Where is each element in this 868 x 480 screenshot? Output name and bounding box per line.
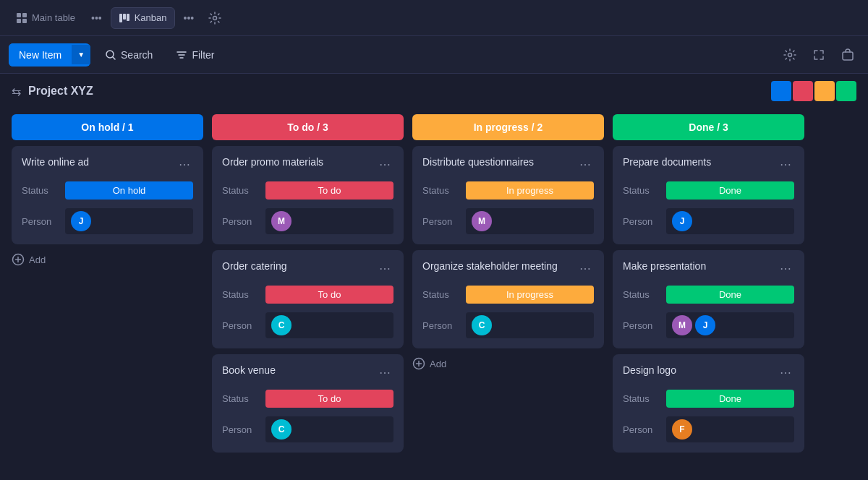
fullscreen-icon[interactable] [807,43,830,67]
person-field: Person F [623,416,794,442]
status-field: Status On hold [22,181,193,200]
avatar-j: J [71,211,91,231]
nav-settings-icon[interactable] [205,8,224,27]
person-value[interactable]: C [265,416,393,442]
person-value[interactable]: J [65,208,193,234]
kanban-dots[interactable]: ••• [181,11,197,25]
new-item-button[interactable]: New Item ▼ [9,43,90,67]
status-field: Status Done [623,390,794,408]
status-badge[interactable]: In progress [466,181,594,200]
card-header: Write online ad ⋯ [22,156,193,173]
person-value[interactable]: C [466,312,594,338]
card-title: Make presentation [623,260,777,272]
column-header-onhold[interactable]: On hold / 1 [12,114,203,140]
toolbar: New Item ▼ Search Filter [0,36,868,74]
card-prepare-docs: Prepare documents ⋯ Status Done Person J [613,146,804,244]
card-title: Book venue [222,364,376,376]
status-field: Status In progress [422,286,594,304]
status-field: Status To do [222,181,393,200]
new-item-main[interactable]: New Item [9,43,72,67]
card-title: Distribute questionnaires [422,156,576,168]
main-table-label: Main table [32,12,75,23]
svg-rect-3 [22,19,27,23]
person-label: Person [422,320,459,331]
person-value[interactable]: C [265,312,393,338]
search-button[interactable]: Search [96,44,161,66]
card-menu-icon[interactable]: ⋯ [376,364,393,381]
person-label: Person [222,320,258,331]
card-menu-icon[interactable]: ⋯ [576,260,594,277]
card-order-catering: Order catering ⋯ Status To do Person C [212,250,404,348]
person-value[interactable]: M J [666,312,794,338]
column-header-inprogress[interactable]: In progress / 2 [412,114,604,140]
status-badge[interactable]: Done [666,286,794,304]
add-button-onhold[interactable]: Add [12,250,203,269]
column-header-done[interactable]: Done / 3 [613,114,804,140]
kanban-label: Kanban [135,12,167,23]
add-button-inprogress[interactable]: Add [412,354,604,373]
settings-icon[interactable] [778,43,801,67]
card-menu-icon[interactable]: ⋯ [576,156,594,173]
person-value[interactable]: F [666,416,794,442]
svg-point-7 [213,16,217,20]
card-order-promo: Order promo materials ⋯ Status To do Per… [212,146,404,244]
card-header: Prepare documents ⋯ [623,156,794,173]
person-field: Person C [422,312,594,338]
expand-icon[interactable]: ⇆ [12,85,21,98]
person-value[interactable]: M [265,208,393,234]
card-header: Organize stakeholder meeting ⋯ [422,260,594,277]
status-field: Status To do [222,390,393,408]
status-badge[interactable]: Done [666,181,794,200]
card-write-online-ad: Write online ad ⋯ Status On hold Person … [12,146,203,244]
card-menu-icon[interactable]: ⋯ [376,156,393,173]
status-label: Status [222,393,258,404]
avatar-f: F [672,419,692,440]
avatar-m: M [271,211,292,231]
card-menu-icon[interactable]: ⋯ [176,156,193,173]
card-design-logo: Design logo ⋯ Status Done Person F [613,354,804,453]
status-badge[interactable]: Done [666,390,794,408]
card-menu-icon[interactable]: ⋯ [376,260,393,277]
person-value[interactable]: M [466,208,594,234]
card-menu-icon[interactable]: ⋯ [777,156,794,173]
color-orange [814,81,835,101]
avatar-c: C [472,315,492,335]
status-field: Status Done [623,286,794,304]
card-header: Design logo ⋯ [623,364,794,381]
svg-rect-2 [17,19,21,23]
main-table-dots[interactable]: ••• [88,11,105,25]
svg-rect-0 [17,13,21,17]
top-nav: Main table ••• Kanban ••• [0,0,868,36]
status-badge[interactable]: On hold [65,181,193,200]
card-title: Organize stakeholder meeting [422,260,576,272]
table-icon [16,12,27,24]
avatar-c: C [271,419,292,440]
color-blue [771,81,791,101]
share-icon[interactable] [836,43,859,67]
status-label: Status [222,289,258,300]
status-badge[interactable]: To do [265,390,393,408]
status-badge[interactable]: To do [265,181,393,200]
project-header: ⇆ Project XYZ [0,74,868,108]
person-field: Person J [22,208,193,234]
status-label: Status [422,185,459,196]
person-label: Person [222,216,258,227]
person-field: Person C [222,416,393,442]
new-item-dropdown[interactable]: ▼ [72,45,90,64]
avatar-m: M [672,315,692,335]
add-label: Add [29,254,46,265]
color-red [793,81,813,101]
filter-label: Filter [192,49,214,61]
status-badge[interactable]: In progress [466,286,594,304]
nav-tab-kanban[interactable]: Kanban [111,7,175,29]
person-field: Person M J [623,312,794,338]
svg-rect-6 [127,14,129,21]
status-badge[interactable]: To do [265,286,393,304]
nav-tab-main-table[interactable]: Main table [9,8,82,28]
person-label: Person [222,424,258,435]
person-value[interactable]: J [666,208,794,234]
card-menu-icon[interactable]: ⋯ [777,364,794,381]
column-header-todo[interactable]: To do / 3 [212,114,404,140]
card-menu-icon[interactable]: ⋯ [777,260,794,277]
filter-button[interactable]: Filter [167,44,223,66]
